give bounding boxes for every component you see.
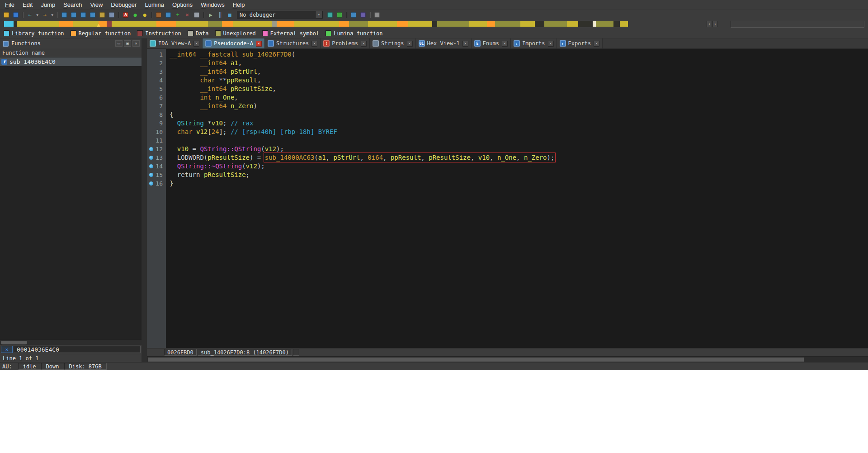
function-row-sub-14036e4c0[interactable]: fsub_14036E4C0	[0, 57, 142, 66]
analysis-button[interactable]	[164, 10, 173, 19]
tab-close-hex-view-1[interactable]: ×	[462, 41, 468, 47]
debugger-combo[interactable]: No debugger▾	[237, 11, 323, 19]
navigate-back-dropdown[interactable]: ▾	[35, 10, 40, 19]
debugger-attach-button[interactable]	[326, 10, 335, 19]
tab-imports[interactable]: ↓Imports×	[511, 38, 557, 48]
panel-maximize-button[interactable]: ▣	[124, 40, 131, 47]
tab-hex-view-1[interactable]: 01Hex View-1×	[416, 38, 472, 48]
panel-restore-button[interactable]: ▭	[115, 40, 123, 47]
panel-close-button[interactable]: ×	[132, 40, 140, 47]
cut-button[interactable]	[192, 10, 201, 19]
jump-to-address-button[interactable]	[60, 10, 69, 19]
line-number: 7	[159, 102, 163, 110]
code-line-3[interactable]: 3 __int64 pStrUrl,	[147, 67, 868, 76]
function-name-column-header[interactable]: Function name	[0, 48, 142, 57]
debugger-setup-button[interactable]	[335, 10, 344, 19]
code-line-8[interactable]: 8{	[147, 110, 868, 119]
functions-panel-footer: × 00014036E4C0	[0, 345, 142, 354]
open-file-button[interactable]	[2, 10, 11, 19]
code-line-7[interactable]: 7 __int64 n_Zero)	[147, 102, 868, 110]
tab-structures[interactable]: Structures×	[265, 38, 321, 48]
tab-ida-view-a[interactable]: IDA View-A×	[147, 38, 203, 48]
navband-segment	[349, 21, 368, 27]
navband-scroll-left-button[interactable]: ‹	[707, 21, 712, 27]
functions-hscrollbar-thumb[interactable]	[1, 341, 27, 344]
menu-item-edit[interactable]: Edit	[19, 1, 37, 8]
line-gutter: 13	[147, 153, 166, 162]
tab-pseudocode-a[interactable]: Pseudocode-A×	[203, 38, 265, 48]
menu-item-lumina[interactable]: Lumina	[141, 1, 168, 8]
line-info: Line 1 of 1	[0, 354, 142, 362]
tab-problems[interactable]: !Problems×	[321, 38, 370, 48]
menu-item-jump[interactable]: Jump	[37, 1, 59, 8]
navigate-forward-dropdown[interactable]: ▾	[50, 10, 55, 19]
patch-button[interactable]	[154, 10, 163, 19]
debugger-run-button[interactable]: ▶	[206, 10, 215, 19]
code-line-15[interactable]: 15 return pResultSize;	[147, 171, 868, 179]
tab-strings[interactable]: Strings×	[370, 38, 416, 48]
tab-close-imports[interactable]: ×	[548, 41, 554, 47]
tab-exports[interactable]: ↑Exports×	[557, 38, 603, 48]
line-number: 8	[159, 110, 163, 119]
code-line-9[interactable]: 9 QString *v10; // rax	[147, 119, 868, 128]
functions-hscrollbar[interactable]	[0, 339, 142, 345]
code-line-4[interactable]: 4 char **ppResult,	[147, 76, 868, 85]
address-field[interactable]: 00014036E4C0	[14, 346, 141, 353]
menu-item-windows[interactable]: Windows	[197, 1, 229, 8]
functions-panel: Functions ▭ ▣ × Function name fsub_14036…	[0, 38, 142, 362]
tab-close-enums[interactable]: ×	[502, 41, 508, 47]
code-hscrollbar-thumb[interactable]	[148, 358, 804, 362]
debugger-pause-button[interactable]: ‖	[216, 10, 225, 19]
panel-splitter[interactable]	[142, 38, 147, 362]
code-line-1[interactable]: 1__int64 __fastcall sub_14026F7D0(	[147, 50, 868, 59]
line-number: 6	[159, 93, 163, 102]
tab-close-problems[interactable]: ×	[361, 41, 367, 47]
code-line-2[interactable]: 2 __int64 a1,	[147, 59, 868, 67]
code-line-10[interactable]: 10 char v12[24]; // [rsp+40h] [rbp-18h] …	[147, 128, 868, 136]
jump-to-segment-button[interactable]	[88, 10, 97, 19]
tab-close-exports[interactable]: ×	[594, 41, 599, 47]
navband-scroll-right-button[interactable]: ›	[712, 21, 718, 27]
tab-close-pseudocode-a[interactable]: ×	[256, 41, 262, 47]
navigation-band[interactable]	[4, 21, 628, 27]
pseudocode-view[interactable]: 1__int64 __fastcall sub_14026F7D0(2 __in…	[147, 49, 868, 348]
refresh-button[interactable]	[98, 10, 107, 19]
navigate-forward-button[interactable]: →	[40, 10, 49, 19]
save-file-button[interactable]	[11, 10, 20, 19]
line-number: 2	[159, 59, 163, 67]
code-line-12[interactable]: 12 v10 = QString::QString(v12);	[147, 145, 868, 153]
search-button[interactable]	[107, 10, 116, 19]
windows-list-button[interactable]	[349, 10, 358, 19]
marker-button[interactable]: ●	[140, 10, 149, 19]
tab-close-strings[interactable]: ×	[407, 41, 413, 47]
code-line-5[interactable]: 5 __int64 pResultSize,	[147, 85, 868, 93]
tab-close-ida-view-a[interactable]: ×	[193, 41, 199, 47]
debugger-stop-button[interactable]: ■	[225, 10, 234, 19]
desktop-layout-button[interactable]	[359, 10, 368, 19]
navigate-back-button[interactable]: ←	[25, 10, 34, 19]
menu-item-help[interactable]: Help	[229, 1, 249, 8]
code-line-14[interactable]: 14 QString::~QString(v12);	[147, 162, 868, 171]
menu-item-search[interactable]: Search	[59, 1, 86, 8]
panel-footer-close-button[interactable]: ×	[1, 346, 13, 353]
menu-item-file[interactable]: File	[1, 1, 19, 8]
enable-tracing-button[interactable]: ●	[131, 10, 140, 19]
tab-close-structures[interactable]: ×	[311, 41, 317, 47]
debugger-combo-dropdown-icon[interactable]: ▾	[315, 11, 322, 18]
tab-enums[interactable]: EEnums×	[472, 38, 511, 48]
navband-segment	[567, 21, 578, 27]
scripts-button[interactable]	[373, 10, 382, 19]
jump-to-function-button[interactable]	[79, 10, 88, 19]
code-hscrollbar[interactable]	[147, 356, 868, 362]
menu-item-options[interactable]: Options	[168, 1, 197, 8]
add-breakpoint-button[interactable]: +	[173, 10, 182, 19]
code-line-6[interactable]: 6 int n_One,	[147, 93, 868, 102]
code-line-16[interactable]: 16}	[147, 179, 868, 188]
delete-button[interactable]: ×	[183, 10, 192, 19]
code-line-11[interactable]: 11	[147, 136, 868, 145]
jump-by-name-button[interactable]	[69, 10, 78, 19]
ascii-search-button[interactable]: A	[121, 10, 130, 19]
menu-item-debugger[interactable]: Debugger	[107, 1, 141, 8]
code-line-13[interactable]: 13 LODWORD(pResultSize) = sub_14000AC63(…	[147, 153, 868, 162]
menu-item-view[interactable]: View	[86, 1, 107, 8]
